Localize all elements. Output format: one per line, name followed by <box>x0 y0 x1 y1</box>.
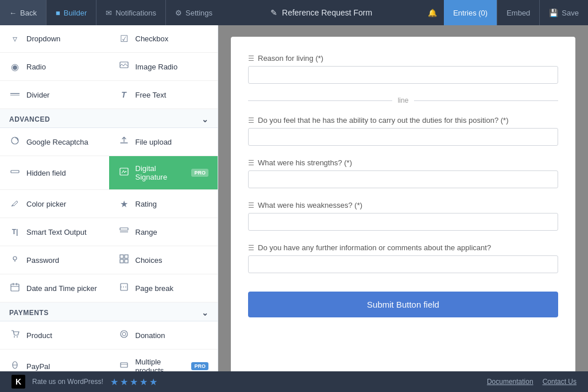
password-icon <box>9 254 21 266</box>
sidebar-item-label: Page break <box>136 284 174 293</box>
sidebar-item-checkbox[interactable]: ☑ Checkbox <box>109 25 218 53</box>
payments-section-header[interactable]: Payments ⌄ <box>0 302 218 321</box>
bell-icon: ✉ <box>106 9 112 17</box>
sidebar-item-product[interactable]: Product <box>0 321 109 350</box>
sidebar-item-digital-signature[interactable]: Digital Signature PRO <box>109 156 218 190</box>
smart-text-icon: T​| <box>9 228 21 236</box>
date-time-icon <box>9 282 21 294</box>
svg-rect-4 <box>11 170 19 173</box>
sidebar-item-label: Divider <box>26 91 49 99</box>
field-input[interactable] <box>248 128 558 146</box>
field-input[interactable] <box>248 255 558 273</box>
star-5: ★ <box>149 377 157 387</box>
advanced-section-header[interactable]: Advanced ⌄ <box>0 109 218 128</box>
sidebar-item-dropdown[interactable]: ▿ Dropdown <box>0 25 109 53</box>
gear-icon: ⚙ <box>175 9 182 17</box>
sidebar-item-smart-text-output[interactable]: T​| Smart Text Output <box>0 218 109 246</box>
entries-button[interactable]: Entries (0) <box>444 0 497 25</box>
sidebar-item-hidden-field[interactable]: Hidden field <box>0 156 109 190</box>
star-3: ★ <box>130 377 138 387</box>
back-button[interactable]: ← Back <box>0 0 47 25</box>
sidebar-item-label: Hidden field <box>26 169 66 177</box>
save-icon: 💾 <box>549 9 558 17</box>
submit-button[interactable]: Submit Button field <box>248 292 558 317</box>
sidebar-item-label: Color picker <box>26 200 66 208</box>
field-label: ☰ Do you feel that he has the ability to… <box>248 116 558 125</box>
field-icon: ☰ <box>248 117 254 125</box>
sidebar-item-choices[interactable]: Choices <box>109 246 218 274</box>
basic-items-grid: ▿ Dropdown ☑ Checkbox ◉ Radio Image Radi… <box>0 25 218 109</box>
field-input[interactable] <box>248 170 558 188</box>
sidebar: ▿ Dropdown ☑ Checkbox ◉ Radio Image Radi… <box>0 25 218 371</box>
pro-badge: PRO <box>191 362 208 370</box>
field-input[interactable] <box>248 66 558 84</box>
field-label: ☰ Do you have any further information or… <box>248 243 558 252</box>
field-label: ☰ Reason for living (*) <box>248 54 558 63</box>
form-canvas: ☰ Reason for living (*) line ☰ Do you fe… <box>218 25 588 371</box>
sidebar-item-page-break[interactable]: Page break <box>109 274 218 302</box>
form-title: ✎ Reference Request Form <box>222 8 421 17</box>
svg-point-21 <box>17 336 18 337</box>
sidebar-item-label: Image Radio <box>136 63 178 71</box>
sidebar-item-file-upload[interactable]: File upload <box>109 128 218 156</box>
notifications-button[interactable]: ✉ Notifications <box>96 0 166 25</box>
star-rating[interactable]: ★ ★ ★ ★ ★ <box>110 377 157 387</box>
sidebar-item-label: Radio <box>26 63 46 71</box>
sidebar-item-google-recaptcha[interactable]: Google Recaptcha <box>0 128 109 156</box>
sidebar-item-range[interactable]: Range <box>109 218 218 246</box>
sidebar-item-divider[interactable]: Divider <box>0 81 109 109</box>
hidden-field-icon <box>9 167 21 178</box>
top-navigation: ← Back ■ Builder ✉ Notifications ⚙ Setti… <box>0 0 588 25</box>
product-icon <box>9 329 21 341</box>
sidebar-item-free-text[interactable]: T Free Text <box>109 81 218 109</box>
sidebar-item-label: Free Text <box>136 91 167 99</box>
star-4: ★ <box>140 377 148 387</box>
sidebar-item-radio[interactable]: ◉ Radio <box>0 53 109 81</box>
paypal-icon <box>9 360 21 371</box>
multiple-products-icon <box>118 360 130 371</box>
sidebar-item-label: File upload <box>136 138 172 146</box>
svg-rect-10 <box>120 255 123 258</box>
documentation-link[interactable]: Documentation <box>487 378 533 386</box>
sidebar-item-label: Digital Signature <box>136 164 186 181</box>
sidebar-item-label: Smart Text Output <box>26 228 87 236</box>
builder-tab[interactable]: ■ Builder <box>47 0 96 25</box>
sidebar-item-password[interactable]: Password <box>0 246 109 274</box>
star-1: ★ <box>110 377 118 387</box>
divider-icon <box>9 89 21 100</box>
edit-icon: ✎ <box>270 8 277 17</box>
sidebar-item-color-picker[interactable]: Color picker <box>0 190 109 218</box>
rating-icon: ★ <box>118 199 130 209</box>
sidebar-item-rating[interactable]: ★ Rating <box>109 190 218 218</box>
field-label: ☰ What were his strengths? (*) <box>248 158 558 167</box>
notification-bell[interactable]: 🔔 <box>421 0 444 25</box>
rate-text: Rate us on WordPress! <box>32 378 103 386</box>
divider-element: line <box>248 96 558 104</box>
donation-icon <box>118 329 130 341</box>
checkbox-icon: ☑ <box>118 33 130 44</box>
sidebar-item-label: Google Recaptcha <box>26 138 88 146</box>
svg-point-8 <box>13 257 17 260</box>
sidebar-item-label: Date and Time picker <box>26 284 97 293</box>
bottom-bar: K Rate us on WordPress! ★ ★ ★ ★ ★ Docume… <box>0 371 588 392</box>
field-input[interactable] <box>248 213 558 231</box>
sidebar-item-label: Donation <box>136 331 165 340</box>
svg-point-3 <box>11 137 18 144</box>
sidebar-item-label: Multiple products <box>136 358 186 371</box>
bottom-left: K Rate us on WordPress! ★ ★ ★ ★ ★ <box>11 375 157 389</box>
page-break-icon <box>118 282 130 294</box>
field-duties: ☰ Do you feel that he has the ability to… <box>248 116 558 146</box>
sidebar-item-image-radio[interactable]: Image Radio <box>109 53 218 81</box>
sidebar-item-multiple-products[interactable]: Multiple products PRO <box>109 350 218 371</box>
sidebar-item-donation[interactable]: Donation <box>109 321 218 350</box>
save-button[interactable]: 💾 Save <box>539 0 588 25</box>
embed-button[interactable]: Embed <box>497 0 539 25</box>
sidebar-item-paypal[interactable]: PayPal <box>0 350 109 371</box>
k-logo: K <box>11 375 25 389</box>
color-picker-icon <box>9 198 21 209</box>
sidebar-item-label: Password <box>26 256 59 265</box>
sidebar-item-date-time-picker[interactable]: Date and Time picker <box>0 274 109 302</box>
field-label: ☰ What were his weaknesses? (*) <box>248 201 558 209</box>
contact-us-link[interactable]: Contact Us <box>543 378 577 386</box>
settings-button[interactable]: ⚙ Settings <box>166 0 222 25</box>
